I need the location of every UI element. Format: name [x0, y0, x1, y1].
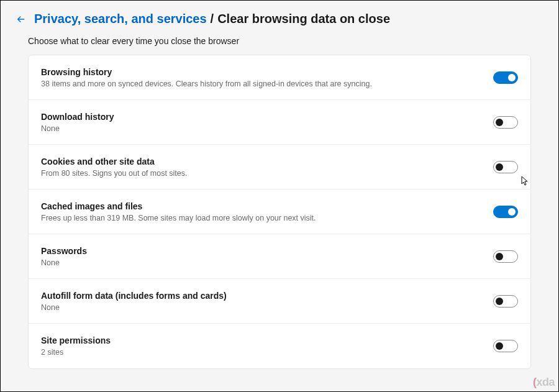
- back-arrow-icon[interactable]: [16, 14, 27, 25]
- setting-description: 38 items and more on synced devices. Cle…: [41, 80, 372, 88]
- setting-text: PasswordsNone: [41, 246, 87, 267]
- toggle-browsing-history[interactable]: [493, 71, 518, 84]
- setting-text: Browsing history38 items and more on syn…: [41, 67, 372, 88]
- toggle-cached-images[interactable]: [493, 206, 518, 218]
- breadcrumb-separator: /: [211, 12, 214, 26]
- breadcrumb-parent-link[interactable]: Privacy, search, and services: [34, 12, 207, 26]
- settings-card: Browsing history38 items and more on syn…: [28, 55, 531, 369]
- setting-title: Site permissions: [41, 335, 111, 345]
- setting-description: None: [41, 258, 87, 267]
- breadcrumb: Privacy, search, and services / Clear br…: [34, 12, 390, 26]
- setting-row-download-history: Download historyNone: [29, 100, 530, 145]
- toggle-site-permissions[interactable]: [493, 340, 518, 352]
- setting-row-site-permissions: Site permissions2 sites: [29, 324, 530, 368]
- setting-description: Frees up less than 319 MB. Some sites ma…: [41, 214, 316, 222]
- setting-text: Download historyNone: [41, 112, 114, 133]
- setting-text: Cookies and other site dataFrom 80 sites…: [41, 157, 188, 178]
- setting-title: Download history: [41, 112, 114, 122]
- setting-text: Site permissions2 sites: [41, 335, 111, 357]
- setting-text: Autofill form data (includes forms and c…: [41, 291, 227, 312]
- setting-row-cookies: Cookies and other site dataFrom 80 sites…: [29, 145, 530, 189]
- setting-description: None: [41, 124, 114, 133]
- setting-title: Cached images and files: [41, 201, 316, 211]
- breadcrumb-current: Clear browsing data on close: [217, 12, 390, 26]
- setting-row-browsing-history: Browsing history38 items and more on syn…: [29, 55, 530, 100]
- setting-title: Browsing history: [41, 67, 372, 77]
- toggle-passwords[interactable]: [493, 250, 518, 263]
- setting-title: Passwords: [41, 246, 87, 256]
- setting-row-passwords: PasswordsNone: [29, 234, 530, 279]
- toggle-cookies[interactable]: [493, 161, 518, 173]
- setting-text: Cached images and filesFrees up less tha…: [41, 201, 316, 222]
- setting-description: None: [41, 303, 227, 312]
- page-header: Privacy, search, and services / Clear br…: [1, 1, 558, 32]
- page-subheader: Choose what to clear every time you clos…: [1, 32, 558, 55]
- watermark: (xda: [533, 376, 555, 389]
- setting-description: From 80 sites. Signs you out of most sit…: [41, 169, 188, 178]
- setting-description: 2 sites: [41, 348, 111, 357]
- setting-title: Autofill form data (includes forms and c…: [41, 291, 227, 301]
- setting-row-autofill: Autofill form data (includes forms and c…: [29, 279, 530, 324]
- setting-title: Cookies and other site data: [41, 157, 188, 166]
- toggle-download-history[interactable]: [493, 116, 518, 129]
- setting-row-cached-images: Cached images and filesFrees up less tha…: [29, 189, 530, 234]
- toggle-autofill[interactable]: [493, 295, 518, 308]
